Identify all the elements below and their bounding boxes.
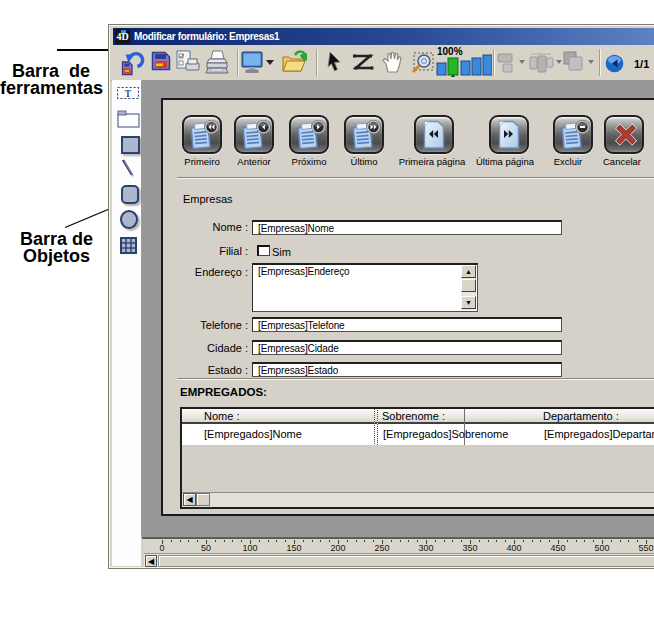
svg-text:T: T	[125, 89, 132, 99]
